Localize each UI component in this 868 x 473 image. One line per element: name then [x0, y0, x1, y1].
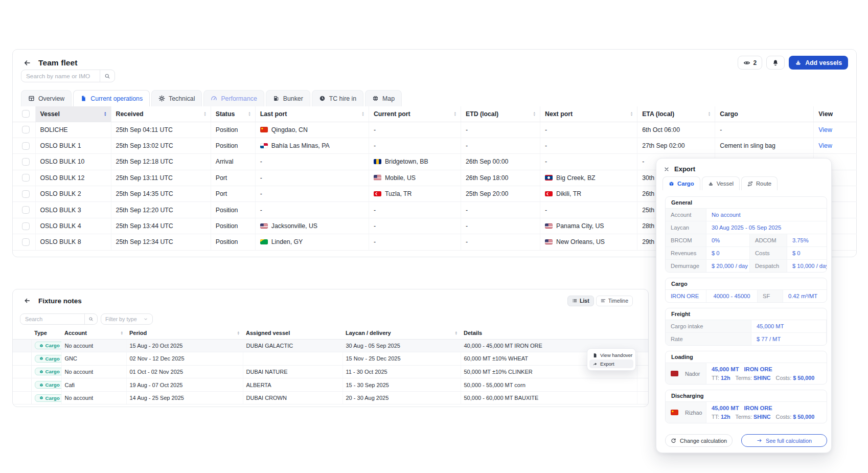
- flag-cn-icon: [671, 410, 678, 415]
- tab-overview[interactable]: Overview: [21, 90, 72, 106]
- row-select-cell: [13, 234, 35, 250]
- tab-performance[interactable]: Performance: [203, 90, 264, 106]
- column-header-eta-local-[interactable]: ETA (local)▲▼: [637, 106, 715, 122]
- toggle-list[interactable]: List: [567, 296, 594, 306]
- fleet-search-input[interactable]: [21, 73, 100, 80]
- sort-icon[interactable]: ▲▼: [245, 111, 251, 116]
- sort-icon[interactable]: ▲▼: [530, 111, 536, 116]
- row-checkbox[interactable]: [22, 126, 30, 133]
- column-header-period[interactable]: Period▲▼: [126, 327, 243, 339]
- field-value[interactable]: $ 0: [706, 247, 750, 259]
- menu-item-view-handover[interactable]: View handover: [589, 351, 633, 359]
- search-icon[interactable]: [85, 317, 97, 322]
- received-cell: 25th Sep 13:11 UTC: [111, 170, 211, 186]
- row-checkbox[interactable]: [22, 222, 30, 230]
- field-label: Revenues: [666, 247, 706, 259]
- field-value[interactable]: 3.75%: [787, 234, 827, 246]
- panel-tab-route[interactable]: Route: [741, 176, 778, 190]
- panel-tab-cargo[interactable]: Cargo: [663, 176, 700, 190]
- column-header-vessel[interactable]: Vessel▲▼: [35, 106, 111, 122]
- field-value[interactable]: No account: [706, 209, 827, 221]
- sort-icon[interactable]: ▲▼: [200, 111, 207, 116]
- quantity-value[interactable]: 40000 - 45000: [706, 290, 758, 302]
- row-checkbox[interactable]: [22, 174, 30, 182]
- field-value[interactable]: $ 77 / MT: [751, 333, 827, 345]
- last-port-cell: -: [255, 186, 369, 202]
- account-cell: No account: [61, 391, 126, 404]
- route-icon: [747, 181, 753, 187]
- field-value[interactable]: $ 0: [787, 247, 827, 259]
- notifications-button[interactable]: [766, 56, 785, 70]
- select-all-checkbox[interactable]: [22, 110, 30, 118]
- status-cell: Arrival: [211, 154, 255, 170]
- view-link[interactable]: View: [818, 126, 832, 133]
- commodity-value[interactable]: IRON ORE: [666, 290, 706, 302]
- assigned-vessel-cell: DUBAI GALACTIC: [243, 339, 342, 352]
- row-checkbox[interactable]: [22, 206, 30, 214]
- sort-icon[interactable]: ▲▼: [358, 111, 364, 116]
- tab-tc-hire-in[interactable]: TC hire in: [312, 90, 363, 106]
- filter-by-type-select[interactable]: Filter by type: [101, 313, 153, 325]
- change-calculation-button[interactable]: Change calculation: [665, 434, 733, 447]
- toggle-timeline[interactable]: Timeline: [596, 296, 633, 306]
- viewers-button[interactable]: 2: [738, 56, 763, 70]
- column-header-etd-local-[interactable]: ETD (local)▲▼: [461, 106, 540, 122]
- tab-technical[interactable]: Technical: [151, 90, 202, 106]
- cargo-cell: Cement in sling bag: [715, 138, 814, 153]
- term-value: 12h: [721, 414, 730, 420]
- sort-icon[interactable]: ▲▼: [450, 111, 456, 116]
- sf-value[interactable]: 0.42 m³/MT: [783, 290, 827, 302]
- row-checkbox[interactable]: [22, 158, 30, 166]
- sort-icon[interactable]: ▲▼: [451, 331, 458, 335]
- column-header-next-port[interactable]: Next port▲▼: [540, 106, 637, 122]
- close-icon[interactable]: [664, 166, 670, 172]
- column-header-received[interactable]: Received▲▼: [111, 106, 211, 122]
- field-value[interactable]: $ 10,000 / day: [787, 260, 827, 272]
- flag-tr-icon: [374, 191, 381, 197]
- fixture-row[interactable]: CargoGNC02 Nov - 12 Dec 202515 Nov - 25 …: [13, 352, 648, 366]
- sort-icon[interactable]: ▲▼: [234, 331, 240, 335]
- sort-icon[interactable]: ▲▼: [101, 111, 107, 116]
- fixture-row[interactable]: CargoNo account14 Aug - 25 Sep 2025DUBAI…: [13, 391, 648, 404]
- field-value[interactable]: 0%: [706, 234, 750, 246]
- last-port-cell: Qingdao, CN: [255, 122, 369, 138]
- cargo-summary[interactable]: 45,000 MTIRON ORE: [712, 405, 821, 411]
- field-value[interactable]: 45,000 MT: [751, 320, 827, 332]
- sort-icon[interactable]: ▲▼: [627, 111, 633, 116]
- row-checkbox[interactable]: [22, 238, 30, 246]
- sort-icon[interactable]: ▲▼: [117, 331, 123, 335]
- port-terms: TT: 12hTerms: SHINCCosts: $ 50,000: [712, 414, 821, 420]
- back-icon[interactable]: [21, 295, 33, 307]
- spacer-cell: [13, 391, 31, 404]
- column-header-last-port[interactable]: Last port▲▼: [255, 106, 369, 122]
- menu-item-export[interactable]: Export: [589, 359, 633, 368]
- fixture-search-input[interactable]: [20, 316, 84, 322]
- row-checkbox[interactable]: [22, 190, 30, 198]
- status-cell: Position: [211, 202, 255, 218]
- table-header-row: Vessel▲▼Received▲▼Status▲▼Last port▲▼Cur…: [13, 106, 857, 122]
- see-full-calculation-button[interactable]: See full calculation: [741, 434, 827, 447]
- add-vessels-button[interactable]: Add vessels: [789, 56, 848, 70]
- back-icon[interactable]: [21, 57, 33, 69]
- column-header-current-port[interactable]: Current port▲▼: [369, 106, 461, 122]
- column-header-status[interactable]: Status▲▼: [211, 106, 255, 122]
- cargo-type-badge: Cargo: [35, 342, 62, 349]
- section-title: General: [666, 197, 827, 209]
- tab-current-operations[interactable]: Current operations: [73, 90, 150, 106]
- tab-map[interactable]: Map: [365, 90, 402, 106]
- fixture-row[interactable]: CargoNo account15 Aug - 20 Oct 2025DUBAI…: [13, 339, 648, 352]
- fixture-row[interactable]: CargoCafi19 Aug - 07 Oct 2025ALBERTA15 -…: [13, 378, 648, 392]
- fixture-row[interactable]: CargoNo account01 Oct - 02 Nov 2025DUBAI…: [13, 365, 648, 378]
- column-header-laycan-delivery[interactable]: Laycan / delivery▲▼: [342, 327, 461, 339]
- row-checkbox[interactable]: [22, 142, 30, 150]
- search-icon[interactable]: [100, 73, 115, 79]
- toggle-label: Timeline: [608, 298, 628, 304]
- panel-tab-vessel[interactable]: Vessel: [702, 176, 740, 190]
- tab-bunker[interactable]: Bunker: [266, 90, 310, 106]
- sort-icon[interactable]: ▲▼: [705, 111, 711, 116]
- view-link[interactable]: View: [818, 142, 832, 149]
- field-value[interactable]: 30 Aug 2025 - 05 Sep 2025: [706, 221, 827, 234]
- column-header-account[interactable]: Account▲▼: [61, 327, 126, 339]
- field-value[interactable]: $ 20,000 / day: [706, 260, 750, 272]
- cargo-summary[interactable]: 45,000 MTIRON ORE: [712, 366, 821, 372]
